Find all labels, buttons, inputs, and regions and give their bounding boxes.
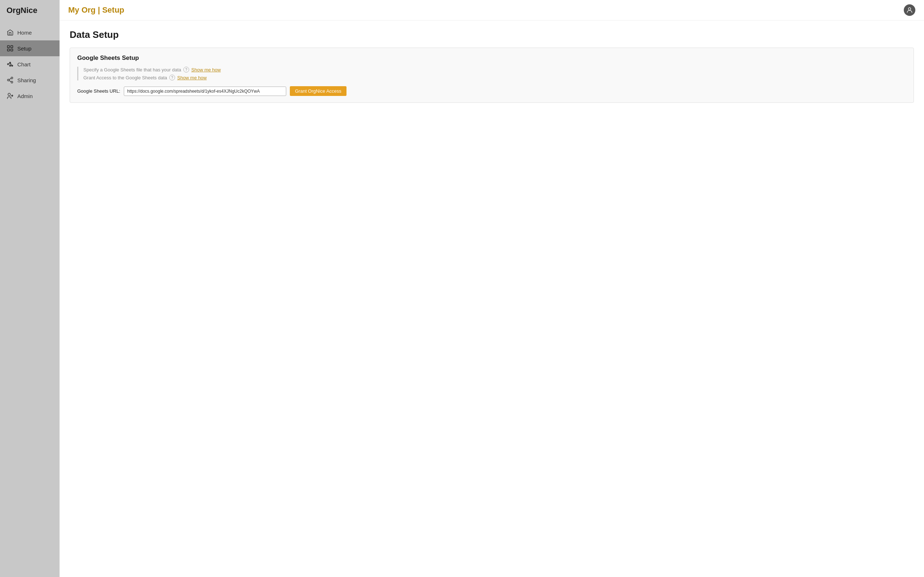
instruction-text-2: Grant Access to the Google Sheets data — [83, 75, 167, 81]
show-me-how-link-2[interactable]: Show me how — [177, 75, 207, 81]
sidebar: OrgNice Home Setup — [0, 0, 60, 577]
sidebar-item-home-label: Home — [17, 29, 32, 36]
svg-rect-3 — [11, 49, 13, 51]
google-sheets-setup-section: Google Sheets Setup Specify a Google She… — [69, 48, 914, 103]
svg-point-17 — [8, 93, 10, 96]
home-icon — [6, 29, 14, 36]
sidebar-item-sharing[interactable]: Sharing — [0, 72, 60, 88]
user-avatar-button[interactable] — [904, 4, 915, 16]
sidebar-item-home[interactable]: Home — [0, 24, 60, 40]
help-icon-1[interactable]: ? — [183, 67, 189, 73]
content-area: Data Setup Google Sheets Setup Specify a… — [60, 21, 924, 577]
instruction-text-1: Specify a Google Sheets file that has yo… — [83, 67, 181, 73]
svg-point-19 — [908, 8, 911, 10]
sharing-icon — [6, 76, 14, 84]
admin-icon — [6, 92, 14, 100]
sidebar-item-admin-label: Admin — [17, 93, 33, 99]
sidebar-item-setup[interactable]: Setup — [0, 40, 60, 56]
sidebar-item-chart-label: Chart — [17, 61, 31, 68]
instruction-list: Specify a Google Sheets file that has yo… — [77, 67, 906, 81]
header-title: My Org | Setup — [68, 5, 124, 15]
help-icon-2[interactable]: ? — [169, 75, 175, 81]
show-me-how-link-1[interactable]: Show me how — [191, 67, 221, 73]
url-row: Google Sheets URL: Grant OrgNice Access — [77, 86, 906, 96]
sidebar-item-sharing-label: Sharing — [17, 77, 36, 83]
sidebar-item-chart[interactable]: Chart — [0, 56, 60, 72]
svg-line-16 — [9, 78, 11, 79]
page-title: Data Setup — [69, 29, 914, 40]
sidebar-item-admin[interactable]: Admin — [0, 88, 60, 104]
svg-rect-0 — [8, 46, 10, 48]
url-label: Google Sheets URL: — [77, 89, 120, 94]
sidebar-nav: Home Setup Ch — [0, 24, 60, 104]
header: My Org | Setup — [60, 0, 924, 21]
svg-rect-2 — [8, 49, 10, 51]
svg-rect-1 — [11, 46, 13, 48]
svg-line-15 — [9, 81, 11, 82]
google-sheets-url-input[interactable] — [124, 87, 286, 96]
setup-icon — [6, 45, 14, 52]
instruction-item-2: Grant Access to the Google Sheets data ?… — [83, 75, 906, 81]
sidebar-item-setup-label: Setup — [17, 45, 31, 52]
main-content: My Org | Setup Data Setup Google Sheets … — [60, 0, 924, 577]
instruction-item-1: Specify a Google Sheets file that has yo… — [83, 67, 906, 73]
logo: OrgNice — [0, 0, 60, 21]
chart-icon — [6, 61, 14, 68]
grant-orgnice-access-button[interactable]: Grant OrgNice Access — [290, 86, 347, 96]
section-title: Google Sheets Setup — [77, 55, 906, 62]
